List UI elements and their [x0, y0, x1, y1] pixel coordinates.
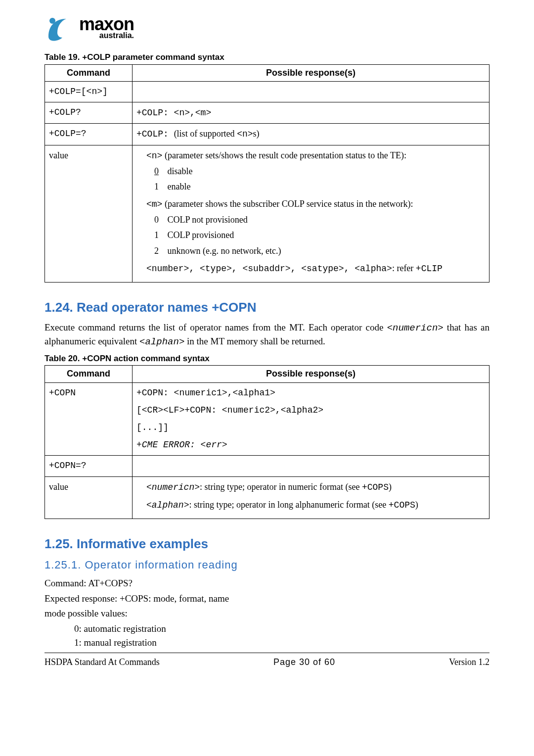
section-1-25-1-heading: 1.25.1. Operator information reading [44, 558, 490, 573]
table20-head-response: Possible response(s) [133, 366, 490, 382]
table-row: +COLP=? +COLP: (list of supported <n>s) [45, 124, 490, 145]
table19-head-command: Command [45, 64, 133, 81]
table20-head-command: Command [45, 366, 133, 382]
section-1-24-paragraph: Execute command returns the list of oper… [44, 321, 490, 348]
table20-caption: Table 20. +COPN action command syntax [44, 353, 490, 365]
param-n: <n> [146, 151, 162, 161]
cmd-cell: +COLP=[<n>] [45, 81, 133, 102]
resp-cell [133, 456, 490, 476]
resp-cell [133, 81, 490, 102]
table-row: value <n> (parameter sets/shows the resu… [45, 145, 490, 283]
table19: Command Possible response(s) +COLP=[<n>]… [44, 64, 490, 283]
brand-logo: maxon australia. [44, 15, 490, 43]
mode-value-1: 1: manual registration [74, 636, 490, 650]
cmd-cell: +COPN=? [45, 456, 133, 476]
resp-cell: +COPN: <numeric1>,<alpha1> [<CR><LF>+COP… [133, 382, 490, 456]
cmd-cell: +COLP? [45, 102, 133, 124]
table19-caption: Table 19. +COLP parameter command syntax [44, 51, 490, 63]
value-label: value [45, 145, 133, 283]
cmd-cell: +COLP=? [45, 124, 133, 145]
section-1-25-heading: 1.25. Informative examples [44, 535, 490, 553]
footer-left: HSDPA Standard At Commands [44, 656, 160, 668]
value-cell: <numericn>: string type; operator in num… [133, 476, 490, 519]
param-m: <m> [146, 199, 162, 209]
value-cell: <n> (parameter sets/shows the result cod… [133, 145, 490, 283]
value-label: value [45, 476, 133, 519]
example-expected: Expected response: +COPS: mode, format, … [44, 592, 490, 606]
resp-cell: +COLP: (list of supported <n>s) [133, 124, 490, 145]
footer-rule [44, 653, 490, 653]
page-footer: HSDPA Standard At Commands Page 30 of 60… [44, 656, 490, 668]
logo-swoosh-icon [44, 15, 72, 43]
example-command: Command: AT+COPS? [44, 577, 490, 590]
mode-value-0: 0: automatic registration [74, 622, 490, 636]
footer-center: Page 30 of 60 [273, 656, 335, 668]
param-alphann: <alphan> [146, 500, 189, 510]
table19-head-response: Possible response(s) [133, 64, 490, 81]
table-row: value <numericn>: string type; operator … [45, 476, 490, 519]
svg-point-0 [49, 18, 55, 24]
section-1-24-heading: 1.24. Read operator names +COPN [44, 298, 490, 316]
table-row: +COLP=[<n>] [45, 81, 490, 102]
param-numericn: <numericn> [146, 482, 200, 492]
table-row: +COPN +COPN: <numeric1>,<alpha1> [<CR><L… [45, 382, 490, 456]
table20: Command Possible response(s) +COPN +COPN… [44, 365, 490, 519]
table-row: +COPN=? [45, 456, 490, 476]
cmd-cell: +COPN [45, 382, 133, 456]
resp-cell: +COLP: <n>,<m> [133, 102, 490, 124]
mode-values-label: mode possible values: [44, 607, 490, 620]
table-row: +COLP? +COLP: <n>,<m> [45, 102, 490, 124]
footer-right: Version 1.2 [449, 656, 490, 668]
param-refer: <number>, <type>, <subaddr>, <satype>, <… [146, 264, 392, 274]
